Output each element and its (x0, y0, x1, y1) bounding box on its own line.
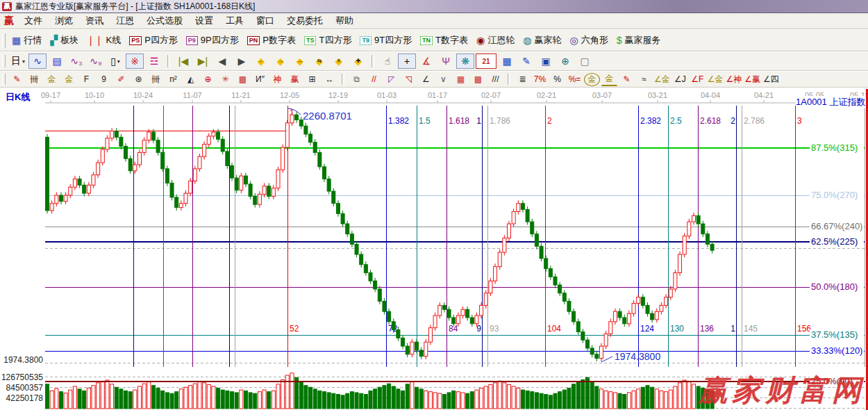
percent-icon[interactable]: % (549, 73, 565, 86)
next-bar-icon[interactable]: ▶ (233, 54, 251, 69)
compress-icon[interactable]: ◆⇆ (310, 54, 328, 69)
menu-window[interactable]: 窗口 (250, 13, 281, 28)
info-list-icon[interactable]: ▤ (48, 54, 66, 69)
pattern-icon[interactable]: ※ (126, 54, 144, 69)
target-cross-icon[interactable]: ⊕ (200, 73, 216, 86)
menu-file[interactable]: 文件 (18, 13, 49, 28)
trend-angle-icon[interactable]: ∠ (418, 73, 434, 86)
measure-span-icon[interactable]: ↔ (322, 73, 337, 86)
first-bar-icon[interactable]: |◀ (174, 54, 192, 69)
mesh-box-icon[interactable]: ▩ (470, 73, 486, 86)
stats-bars-icon[interactable]: ≣ (515, 73, 531, 86)
winner-service-button[interactable]: $赢家服务 (613, 33, 666, 48)
p-table-button[interactable]: PNP数字表 (244, 33, 301, 48)
gold-lines-icon[interactable]: 金 (601, 72, 617, 86)
menu-gann[interactable]: 江恩 (110, 13, 140, 28)
calculator-icon[interactable]: ▦ (498, 54, 516, 69)
menu-tools[interactable]: 工具 (219, 13, 250, 28)
pen-one-icon[interactable]: ✎ (619, 73, 635, 86)
9p-square-button[interactable]: P99P四方形 (183, 33, 244, 48)
9t-square-button[interactable]: T99T四方形 (356, 33, 417, 48)
shift-left-icon[interactable]: ◆← (252, 54, 270, 69)
star-web-icon[interactable]: ✳ (217, 73, 233, 86)
shift-right-icon[interactable]: ◆→ (272, 54, 290, 69)
fan-lines-icon[interactable]: // (366, 73, 382, 86)
gold-grid-icon[interactable]: 金 (44, 73, 60, 86)
k-mark-icon[interactable]: И″ (252, 73, 268, 86)
menu-trade[interactable]: 交易委托 (281, 13, 329, 28)
sectors-button[interactable]: ▞板块 (47, 33, 83, 48)
box-frame-icon[interactable]: ⧉ (349, 73, 365, 86)
center-icon[interactable]: ◆✚ (349, 54, 367, 69)
f-grid-icon[interactable]: F (78, 73, 94, 86)
gold-grid2-icon[interactable]: 金 (61, 73, 77, 86)
pc-sync-icon[interactable]: ▢ (576, 54, 594, 69)
last-bar-icon[interactable]: ▶| (194, 54, 212, 69)
n-square-icon[interactable]: n² (165, 73, 181, 86)
gann-fan-circle-icon[interactable]: ⊛ (131, 73, 147, 86)
menu-news[interactable]: 资讯 (79, 13, 110, 28)
svg-text:104: 104 (547, 324, 561, 334)
parallel-lines-icon[interactable]: /// (487, 73, 503, 86)
menu-settings[interactable]: 设置 (189, 13, 219, 28)
ruler-grid-icon[interactable]: ⊞ (304, 73, 320, 86)
grid3-icon[interactable]: ∿₃ (67, 54, 85, 69)
percent-slope-icon[interactable]: 7% (532, 73, 548, 86)
t-table-button[interactable]: TNT数字表 (417, 33, 473, 48)
winner-wheel-button[interactable]: ◍赢家轮 (519, 33, 566, 48)
calendar-icon[interactable]: 21 (476, 54, 496, 69)
time-grid2-icon[interactable]: 卌 (148, 73, 164, 86)
wave-icon[interactable]: ≈ (636, 73, 652, 86)
report-icon[interactable]: ✎ (517, 54, 535, 69)
zoom-horizontal-icon[interactable]: ◆↔ (291, 54, 309, 69)
gann-shape-icon[interactable]: Ψ (437, 54, 455, 69)
win-grid-icon[interactable]: 赢 (287, 73, 303, 86)
f-angle-icon[interactable]: ∠F (690, 73, 706, 86)
hexagon-button[interactable]: ◎六角形 (567, 33, 613, 48)
zigzag-icon[interactable]: ∨ (435, 73, 451, 86)
expand-all-icon[interactable]: ◆✳ (330, 54, 348, 69)
t-square-button[interactable]: TST四方形 (301, 33, 356, 48)
shen-angle-icon[interactable]: ∠神 (726, 73, 743, 86)
fan-box-icon[interactable]: ◸ (383, 73, 399, 86)
candle-style-dropdown[interactable]: ▯▾ (106, 54, 124, 69)
draw-pen-icon[interactable]: ✎ (9, 73, 25, 86)
time-grid-icon[interactable]: 卌 (26, 73, 42, 86)
pen-points-icon[interactable]: ✐ (113, 73, 129, 86)
svg-text:02-07: 02-07 (481, 91, 501, 99)
grid9-icon[interactable]: ∿₉ (87, 54, 105, 69)
j-angle-icon[interactable]: ∠J (672, 73, 688, 86)
kline-button[interactable]: ❘❘K线 (83, 33, 126, 48)
win-angle-icon[interactable]: ∠赢 (744, 73, 761, 86)
svg-text:3: 3 (797, 116, 802, 126)
web-sync-icon[interactable]: ⊕ (556, 54, 574, 69)
prev-bar-icon[interactable]: ◀ (213, 54, 231, 69)
price-low-axis-label: 1974.3800 (0, 355, 43, 365)
shen-grid-icon[interactable]: 神 (269, 73, 285, 86)
web-box-icon[interactable]: ▩ (235, 73, 251, 86)
four-angle-icon[interactable]: ∠四 (762, 73, 780, 86)
save-icon[interactable]: ▣ (537, 54, 555, 69)
volume-profile-icon[interactable]: ☲ (145, 54, 163, 69)
period-dropdown[interactable]: 日▾ (9, 54, 27, 69)
gold-circle-icon[interactable]: 金 (584, 73, 600, 86)
menu-formula-picker[interactable]: 公式选股 (140, 13, 189, 28)
hand-tool-icon[interactable]: ☝ (378, 54, 397, 69)
crosshair-icon[interactable]: + (398, 54, 416, 69)
free-draw-icon[interactable]: ❋ (456, 54, 474, 69)
percent-line-icon[interactable]: %= (567, 73, 583, 86)
svg-text:50.0%(180): 50.0%(180) (811, 281, 858, 292)
nine-spiral-icon[interactable]: 9 (96, 73, 112, 86)
angle-measure-icon[interactable]: ∡ (417, 54, 435, 69)
menu-help[interactable]: 帮助 (329, 13, 360, 28)
mesh-icon[interactable]: ▦ (453, 73, 469, 86)
mirror-angle-icon[interactable]: ◭ (183, 73, 199, 86)
p-square-button[interactable]: PSP四方形 (126, 33, 183, 48)
gann-wheel-button[interactable]: ◉江恩轮 (473, 33, 519, 48)
fan-box2-icon[interactable]: ◹ (401, 73, 417, 86)
trend-wave-icon[interactable]: ∿ (28, 54, 47, 69)
quotes-button[interactable]: ▦行情 (8, 33, 47, 48)
menu-browse[interactable]: 浏览 (49, 13, 79, 28)
gold-angle2-icon[interactable]: ∠金 (707, 73, 724, 86)
gold-angle-icon[interactable]: ∠金 (653, 73, 671, 86)
